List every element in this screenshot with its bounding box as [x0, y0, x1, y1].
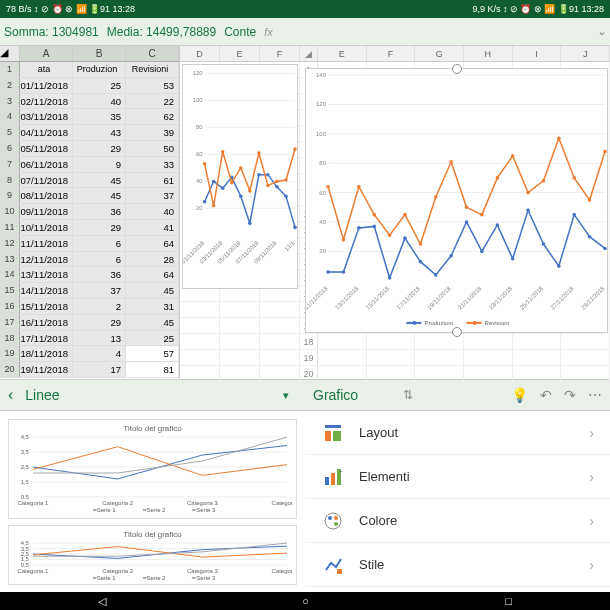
chevron-right-icon: ›: [589, 557, 594, 573]
svg-text:60: 60: [196, 151, 203, 157]
svg-text:━Serie 3: ━Serie 3: [191, 575, 216, 581]
svg-point-68: [542, 242, 546, 246]
undo-icon[interactable]: ↶: [540, 387, 552, 403]
svg-point-73: [326, 185, 330, 189]
count-value[interactable]: Conte: [224, 25, 256, 39]
table-row[interactable]: 605/11/20182950: [0, 141, 179, 157]
table-row[interactable]: 1110/11/20182941: [0, 220, 179, 236]
svg-text:2,5: 2,5: [21, 551, 30, 557]
svg-text:13/11/2018: 13/11/2018: [334, 285, 360, 311]
formula-bar[interactable]: fx ⌄: [264, 25, 606, 38]
workspace: ◢ A B C 1ataProduzionRevisioni201/11/201…: [0, 46, 610, 379]
table-row[interactable]: 2019/11/20181781: [0, 362, 179, 378]
option-color[interactable]: Colore ›: [305, 499, 610, 543]
data-grid[interactable]: ◢ A B C 1ataProduzionRevisioni201/11/201…: [0, 46, 180, 379]
svg-text:Categoria 3: Categoria 3: [187, 500, 219, 506]
nav-back[interactable]: ◁: [98, 595, 106, 608]
table-row[interactable]: 807/11/20184561: [0, 173, 179, 189]
table-row[interactable]: 1009/11/20183640: [0, 204, 179, 220]
lightbulb-icon[interactable]: 💡: [511, 387, 528, 403]
svg-point-17: [248, 222, 252, 226]
svg-text:━Serie 3: ━Serie 3: [191, 507, 216, 513]
svg-point-150: [328, 516, 332, 520]
option-elements[interactable]: + Elementi ›: [305, 455, 610, 499]
chevron-down-icon[interactable]: ⌄: [597, 25, 606, 38]
svg-text:━Serie 2: ━Serie 2: [142, 507, 167, 513]
svg-point-23: [203, 162, 207, 166]
table-row[interactable]: 706/11/2018933: [0, 157, 179, 173]
avg-value[interactable]: Media: 14499,78889: [107, 25, 216, 39]
table-row[interactable]: 201/11/20182553: [0, 78, 179, 94]
ribbon: ‹ Linee ▾ Grafico ⇅ 💡 ↶ ↷ ⋯: [0, 379, 610, 411]
table-row[interactable]: 1918/11/2018457: [0, 346, 179, 362]
elements-icon: +: [321, 465, 345, 489]
svg-point-25: [221, 150, 225, 154]
svg-point-26: [230, 181, 234, 185]
back-button[interactable]: ‹: [8, 386, 13, 404]
table-row[interactable]: 1817/11/20181325: [0, 331, 179, 347]
col-header[interactable]: A: [20, 46, 73, 61]
option-layout[interactable]: Layout ›: [305, 411, 610, 455]
more-icon[interactable]: ⋯: [588, 387, 602, 403]
table-row[interactable]: 908/11/20184537: [0, 188, 179, 204]
svg-point-61: [434, 273, 438, 277]
table-row[interactable]: 504/11/20184339: [0, 125, 179, 141]
chevron-right-icon: ›: [589, 469, 594, 485]
expand-icon[interactable]: ⇅: [403, 388, 413, 402]
table-row[interactable]: 302/11/20184022: [0, 94, 179, 110]
small-chart[interactable]: 2040608010012001/11/201803/11/201805/11/…: [182, 64, 298, 289]
svg-point-57: [372, 225, 376, 229]
svg-text:20: 20: [196, 205, 203, 211]
table-row[interactable]: 1211/11/2018664: [0, 236, 179, 252]
svg-text:80: 80: [319, 160, 326, 166]
svg-point-21: [284, 195, 288, 199]
svg-point-66: [511, 257, 515, 261]
svg-point-27: [239, 166, 243, 170]
svg-text:1,5: 1,5: [21, 479, 30, 485]
summary-bar: Somma: 1304981 Media: 14499,78889 Conte …: [0, 18, 610, 46]
svg-point-76: [372, 213, 376, 217]
chart-preview-2[interactable]: Titolo del grafico 0,51,52,53,54,5Catego…: [8, 525, 297, 585]
table-row[interactable]: 1514/11/20183745: [0, 283, 179, 299]
svg-text:3,5: 3,5: [21, 449, 30, 455]
table-row[interactable]: 1312/11/2018628: [0, 252, 179, 268]
ribbon-section-chart[interactable]: Grafico: [313, 387, 387, 403]
col-header[interactable]: C: [126, 46, 179, 61]
option-style[interactable]: Stile ›: [305, 543, 610, 587]
svg-text:19/11/2018: 19/11/2018: [426, 285, 452, 311]
right-chart-area: ◢ E F G H I J 12345678910111213141516171…: [300, 46, 610, 379]
chart-options: Layout › + Elementi › Colore › Stile ›: [305, 411, 610, 592]
svg-text:120: 120: [316, 101, 327, 107]
svg-text:━Serie 1: ━Serie 1: [92, 575, 117, 581]
svg-point-20: [275, 185, 279, 189]
svg-text:1,5: 1,5: [21, 556, 30, 562]
svg-text:140: 140: [316, 72, 327, 78]
ribbon-section-lines[interactable]: Linee: [25, 387, 283, 403]
select-all-corner[interactable]: ◢: [0, 46, 20, 61]
nav-recent[interactable]: □: [505, 595, 512, 607]
col-header[interactable]: B: [73, 46, 126, 61]
table-row[interactable]: 1716/11/20182945: [0, 315, 179, 331]
table-row[interactable]: 1615/11/2018231: [0, 299, 179, 315]
nav-home[interactable]: ○: [302, 595, 309, 607]
svg-text:40: 40: [196, 178, 203, 184]
table-row[interactable]: 403/11/20183562: [0, 109, 179, 125]
style-icon: [321, 553, 345, 577]
large-chart[interactable]: 2040608010012014011/11/201813/11/201815/…: [305, 68, 608, 333]
svg-point-91: [603, 150, 607, 154]
table-row[interactable]: 1413/11/20183664: [0, 267, 179, 283]
sum-value[interactable]: Somma: 1304981: [4, 25, 99, 39]
svg-point-65: [495, 223, 499, 227]
svg-point-59: [403, 236, 407, 240]
svg-point-152: [334, 522, 338, 526]
resize-handle-top[interactable]: [452, 64, 462, 74]
status-left: 78 B/s ↕ ⊘ ⏰ ⊗ 📶 🔋91 13:28: [6, 4, 135, 14]
dropdown-icon[interactable]: ▾: [283, 389, 289, 402]
chart-preview-1[interactable]: Titolo del grafico 0,51,52,53,54,5Catego…: [8, 419, 297, 519]
svg-rect-153: [337, 569, 342, 574]
svg-text:Categoria 1: Categoria 1: [17, 568, 49, 574]
svg-point-32: [284, 178, 288, 182]
redo-icon[interactable]: ↷: [564, 387, 576, 403]
svg-point-74: [342, 238, 346, 242]
resize-handle-bottom[interactable]: [452, 327, 462, 337]
